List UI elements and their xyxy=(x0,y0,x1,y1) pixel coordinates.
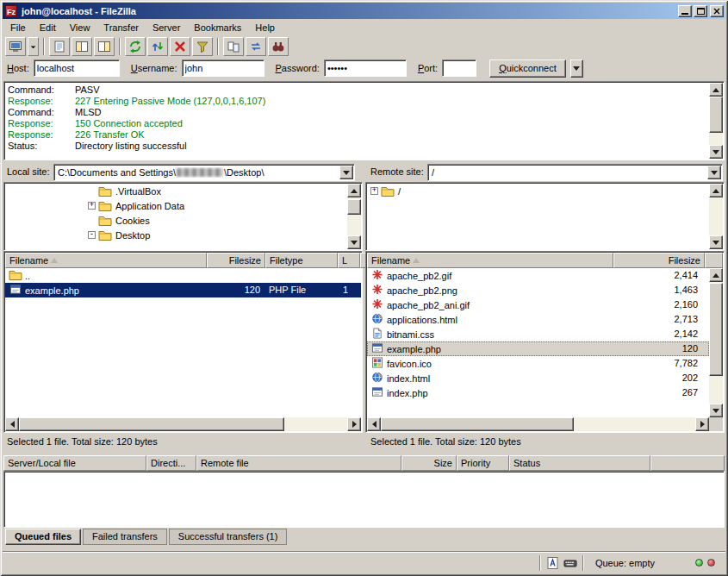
local-site-dropdown-button[interactable] xyxy=(339,166,353,179)
file-row-apache-pb2-gif[interactable]: apache_pb2.gif2,414 xyxy=(367,268,709,283)
cell-name: index.html xyxy=(369,372,612,385)
scroll-up-button[interactable] xyxy=(709,184,723,197)
message-log-panel: Command:PASVResponse:227 Entering Passiv… xyxy=(3,81,725,160)
file-row-index-html[interactable]: index.html202 xyxy=(367,371,709,385)
remote-site-dropdown-button[interactable] xyxy=(707,166,721,179)
synchronized-browsing-icon[interactable] xyxy=(246,37,266,56)
file-row-applications-html[interactable]: applications.html2,713 xyxy=(367,312,709,327)
toolbar xyxy=(5,36,289,57)
scroll-left-button[interactable] xyxy=(5,417,19,431)
file-row-example-php[interactable]: example.php120PHP File1 xyxy=(5,283,361,297)
tab-queued-files[interactable]: Queued files xyxy=(5,529,81,545)
scroll-left-button[interactable] xyxy=(367,417,381,431)
file-row-index-php[interactable]: index.php267 xyxy=(367,385,709,400)
menu-transfer[interactable]: Transfer xyxy=(96,21,146,34)
remote-site-label: Remote site: xyxy=(370,166,424,177)
menu-help[interactable]: Help xyxy=(248,21,282,34)
menu-bookmarks[interactable]: Bookmarks xyxy=(187,21,248,34)
remote-tree-toggle-icon[interactable] xyxy=(94,37,115,56)
tree-item-blank[interactable]: +/ xyxy=(367,184,709,198)
menu-server[interactable]: Server xyxy=(146,21,187,34)
quickconnect-dropdown-button[interactable] xyxy=(570,59,583,78)
local-tree-toggle-icon[interactable] xyxy=(72,37,92,56)
column-header-filesize[interactable]: Filesize xyxy=(207,253,265,268)
tree-item-cookies[interactable]: Cookies xyxy=(5,213,347,228)
host-input[interactable] xyxy=(34,59,120,77)
scroll-up-button[interactable] xyxy=(347,184,361,197)
tab-failed-transfers[interactable]: Failed transfers xyxy=(83,529,167,545)
column-header-priority[interactable]: Priority xyxy=(457,455,509,471)
queue-tabs: Queued filesFailed transfersSuccessful t… xyxy=(5,529,287,545)
refresh-icon[interactable] xyxy=(125,37,146,56)
scrollbar-thumb[interactable] xyxy=(381,417,574,431)
menu-edit[interactable]: Edit xyxy=(33,21,63,34)
dropdown-caret-icon[interactable] xyxy=(28,37,39,56)
log-line: Response:150 Connection accepted xyxy=(8,118,706,129)
expand-plus-icon[interactable]: + xyxy=(370,187,378,195)
quickconnect-button[interactable]: Quickconnect xyxy=(489,59,566,78)
scroll-down-button[interactable] xyxy=(709,145,723,159)
find-files-icon[interactable] xyxy=(268,37,289,56)
file-row-apache-pb2-ani-gif[interactable]: apache_pb2_ani.gif2,160 xyxy=(367,297,709,312)
tab-successful-transfers-1[interactable]: Successful transfers (1) xyxy=(169,529,288,545)
close-button[interactable] xyxy=(710,5,724,17)
column-header-remote-file[interactable]: Remote file xyxy=(196,455,401,471)
port-input[interactable] xyxy=(442,59,476,77)
password-input[interactable] xyxy=(324,59,407,77)
scroll-down-button[interactable] xyxy=(347,235,361,249)
cell-name: apache_pb2_ani.gif xyxy=(369,298,612,311)
minimize-button[interactable] xyxy=(678,5,692,17)
collapse-minus-icon[interactable]: - xyxy=(88,231,96,239)
scrollbar-thumb[interactable] xyxy=(19,417,284,431)
message-log-toggle-icon[interactable] xyxy=(49,37,70,56)
directory-comparison-icon[interactable] xyxy=(223,37,244,56)
column-header-filename[interactable]: Filename xyxy=(5,253,207,268)
scroll-up-button[interactable] xyxy=(709,83,723,97)
local-site-path: C:\Documents and Settings\\Desktop\ xyxy=(58,167,337,178)
process-queue-toggle-icon[interactable] xyxy=(147,37,168,56)
remote-tree-panel: +/ xyxy=(365,182,725,251)
scroll-right-button[interactable] xyxy=(695,417,709,431)
folder-icon xyxy=(98,229,112,241)
menu-view[interactable]: View xyxy=(63,21,97,34)
column-header-size[interactable]: Size xyxy=(401,455,457,471)
file-row-example-php[interactable]: example.php120 xyxy=(367,341,709,356)
expand-plus-icon[interactable]: + xyxy=(88,202,96,210)
scrollbar-thumb[interactable] xyxy=(709,283,723,376)
menu-file[interactable]: File xyxy=(3,21,33,34)
tree-item-application-data[interactable]: +Application Data xyxy=(5,198,347,213)
scroll-right-button[interactable] xyxy=(347,417,361,431)
file-row-favicon-ico[interactable]: favicon.ico7,782 xyxy=(367,356,709,371)
column-header-filesize[interactable]: Filesize xyxy=(613,253,705,268)
parent-directory-row[interactable]: .. xyxy=(5,268,361,283)
file-row-bitnami-css[interactable]: bitnami.css2,142 xyxy=(367,327,709,341)
scroll-up-button[interactable] xyxy=(709,268,723,282)
log-line-label: Command: xyxy=(8,107,75,118)
tree-item-virtualbox[interactable]: .VirtualBox xyxy=(5,184,347,198)
local-site-combobox[interactable]: C:\Documents and Settings\\Desktop\ xyxy=(53,164,355,181)
maximize-button[interactable] xyxy=(694,5,707,17)
column-header-filetype[interactable]: Filetype xyxy=(265,253,338,268)
username-input[interactable] xyxy=(182,59,264,77)
column-header-label: L xyxy=(342,255,347,266)
log-line: Response:226 Transfer OK xyxy=(8,129,706,141)
remote-tree-scrollbar xyxy=(709,184,723,249)
filter-icon[interactable] xyxy=(192,37,213,56)
site-manager-icon[interactable] xyxy=(5,37,26,56)
column-header-l[interactable]: L xyxy=(338,253,360,268)
scroll-down-button[interactable] xyxy=(709,404,723,417)
remote-site-combobox[interactable]: / xyxy=(427,164,723,181)
scroll-down-button[interactable] xyxy=(709,235,723,249)
column-header-status[interactable]: Status xyxy=(509,455,650,471)
column-header-directi[interactable]: Directi... xyxy=(146,455,196,471)
remote-horizontal-scrollbar xyxy=(367,417,709,431)
scrollbar-thumb[interactable] xyxy=(709,97,723,133)
column-header-server-local-file[interactable]: Server/Local file xyxy=(3,455,146,471)
cancel-icon[interactable] xyxy=(170,37,190,56)
tree-item-desktop[interactable]: -Desktop xyxy=(5,228,347,242)
column-header-label: Priority xyxy=(461,458,490,468)
file-row-apache-pb2-png[interactable]: apache_pb2.png1,463 xyxy=(367,283,709,297)
title-bar[interactable]: Fz john@localhost - FileZilla xyxy=(3,3,725,19)
column-header-filename[interactable]: Filename xyxy=(367,253,613,268)
scrollbar-thumb[interactable] xyxy=(347,199,361,215)
